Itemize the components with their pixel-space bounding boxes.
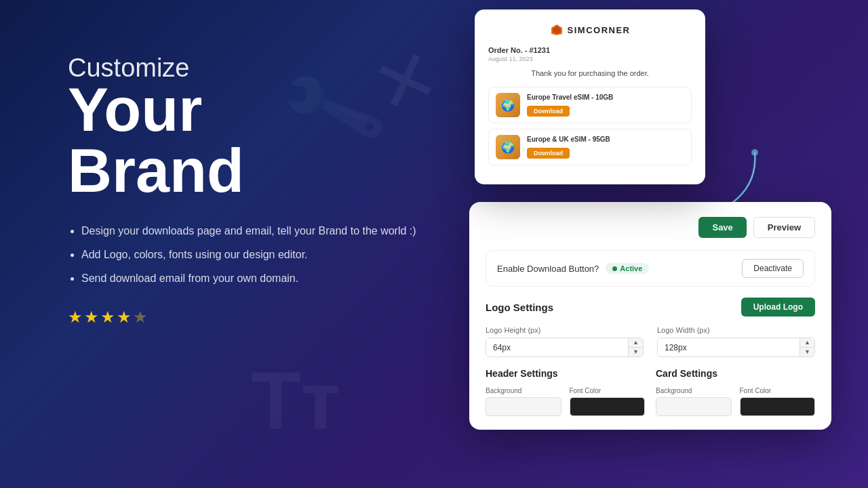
header-font-color-group: Font Color: [570, 387, 646, 416]
card-background-swatch[interactable]: [656, 397, 732, 416]
logo-settings-section: Logo Settings Upload Logo Logo Height (p…: [486, 298, 815, 357]
height-decrement-button[interactable]: ▼: [629, 348, 643, 357]
header-settings-title: Header Settings: [486, 368, 645, 379]
order-date: August 11, 2023: [488, 56, 692, 62]
logo-inputs: Logo Height (px) ▲ ▼ Logo Width (px) ▲ ▼: [486, 326, 815, 357]
download-button-2[interactable]: Download: [527, 148, 570, 159]
logo-height-input-wrapper: ▲ ▼: [486, 338, 644, 357]
card-color-row: Background Font Color: [656, 387, 815, 416]
header-settings-box: Header Settings Background Font Color: [486, 368, 645, 416]
email-preview-card: SIMCORNER Order No. - #1231 August 11, 2…: [475, 9, 705, 184]
active-badge: Active: [606, 263, 649, 274]
feature-list: Design your downloads page and email, te…: [68, 222, 420, 288]
list-item: Send download email from your own domain…: [81, 269, 420, 287]
logo-width-input[interactable]: [658, 338, 800, 357]
header-background-group: Background: [486, 387, 561, 416]
enable-label: Enable Download Button?: [497, 264, 599, 274]
bottom-settings: Header Settings Background Font Color Ca…: [486, 368, 815, 416]
enable-section: Enable Download Button? Active Deactivat…: [486, 250, 815, 287]
svg-point-3: [751, 149, 758, 156]
logo-settings-title: Logo Settings: [486, 302, 553, 313]
width-decrement-button[interactable]: ▼: [800, 348, 814, 357]
item-name-1: Europe Travel eSIM - 10GB: [527, 94, 684, 101]
active-status: Active: [620, 264, 642, 272]
logo-width-group: Logo Width (px) ▲ ▼: [657, 326, 815, 357]
logo-height-group: Logo Height (px) ▲ ▼: [486, 326, 644, 357]
left-panel: Customize Your Brand Design your downloa…: [68, 54, 420, 327]
email-header: SIMCORNER: [488, 23, 692, 37]
upload-logo-button[interactable]: Upload Logo: [741, 298, 815, 317]
download-button-1[interactable]: Download: [527, 106, 570, 117]
header-background-swatch[interactable]: [486, 397, 561, 416]
header-background-label: Background: [486, 387, 561, 394]
card-font-color-label: Font Color: [740, 387, 816, 394]
logo-settings-header: Logo Settings Upload Logo: [486, 298, 815, 317]
card-background-label: Background: [656, 387, 732, 394]
toolbar: Save Preview: [486, 217, 815, 238]
bg-text-icon: Tт: [251, 354, 340, 447]
logo-height-input[interactable]: [486, 338, 628, 357]
card-settings-box: Card Settings Background Font Color: [656, 368, 815, 416]
order-number: Order No. - #1231: [488, 46, 692, 54]
card-settings-title: Card Settings: [656, 368, 815, 379]
list-item: Add Logo, colors, fonts using our design…: [81, 245, 420, 264]
settings-card: Save Preview Enable Download Button? Act…: [469, 202, 831, 430]
star-rating: ★★★★★: [68, 308, 420, 327]
email-order-item-2: 🌍 Europe & UK eSIM - 95GB Download: [488, 129, 692, 165]
item-thumbnail-2: 🌍: [496, 135, 520, 159]
simcorner-name: SIMCORNER: [568, 25, 631, 35]
header-font-color-label: Font Color: [570, 387, 646, 394]
deactivate-button[interactable]: Deactivate: [742, 259, 804, 278]
logo-width-label: Logo Width (px): [657, 326, 815, 334]
logo-width-input-wrapper: ▲ ▼: [657, 338, 815, 357]
item-name-2: Europe & UK eSIM - 95GB: [527, 136, 684, 143]
active-dot: [612, 266, 617, 271]
simcorner-logo-icon: [550, 23, 564, 37]
email-order-item-1: 🌍 Europe Travel eSIM - 10GB Download: [488, 87, 692, 123]
item-thumbnail-1: 🌍: [496, 93, 520, 117]
header-font-color-swatch[interactable]: [570, 397, 646, 416]
preview-button[interactable]: Preview: [753, 217, 815, 238]
save-button[interactable]: Save: [698, 217, 746, 238]
brand-label: Your Brand: [68, 79, 420, 201]
width-increment-button[interactable]: ▲: [800, 338, 814, 348]
card-font-color-swatch[interactable]: [740, 397, 816, 416]
logo-height-label: Logo Height (px): [486, 326, 644, 334]
card-font-color-group: Font Color: [740, 387, 816, 416]
list-item: Design your downloads page and email, te…: [81, 222, 420, 240]
height-increment-button[interactable]: ▲: [629, 338, 643, 348]
card-background-group: Background: [656, 387, 732, 416]
thank-you-text: Thank you for purchasing the order.: [488, 69, 692, 77]
header-color-row: Background Font Color: [486, 387, 645, 416]
